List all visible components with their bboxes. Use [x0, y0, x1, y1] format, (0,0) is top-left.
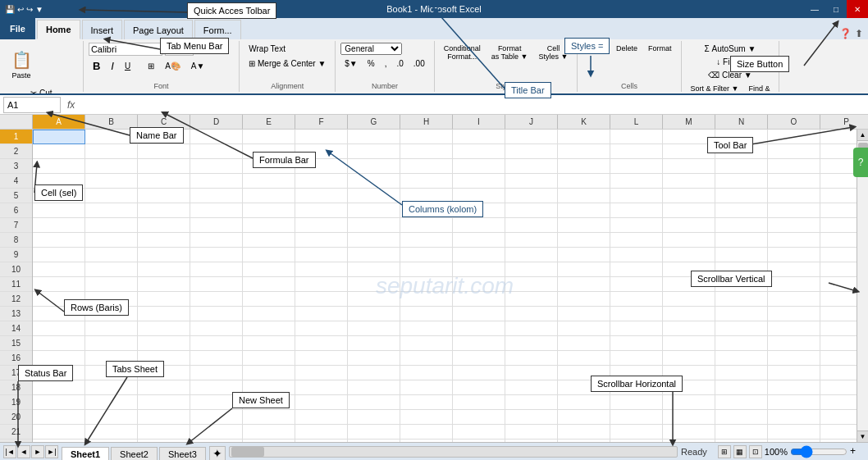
cell[interactable] [820, 440, 857, 442]
cell[interactable] [295, 395, 348, 410]
autosum-button[interactable]: Σ AutoSum ▼ [701, 43, 761, 55]
cell[interactable] [663, 233, 715, 248]
minimize-button[interactable]: — [804, 0, 825, 18]
cell[interactable] [190, 366, 243, 380]
cell[interactable] [820, 144, 857, 159]
col-header-d[interactable]: D [190, 115, 243, 129]
currency-button[interactable]: $▼ [340, 57, 361, 70]
cell[interactable] [138, 351, 190, 366]
cell[interactable] [663, 248, 715, 262]
cell[interactable] [610, 395, 663, 410]
cell[interactable] [138, 189, 190, 203]
cell[interactable] [558, 366, 610, 380]
cell[interactable] [768, 395, 820, 410]
cell[interactable] [820, 203, 857, 218]
cell[interactable] [85, 174, 138, 189]
cell[interactable] [348, 410, 400, 425]
cell[interactable] [715, 233, 768, 248]
cell[interactable] [348, 351, 400, 366]
sheet-tab-1[interactable]: Sheet1 [62, 447, 109, 461]
zoom-slider[interactable] [790, 448, 847, 456]
cell[interactable] [400, 159, 453, 174]
cell[interactable] [138, 248, 190, 262]
cell[interactable] [243, 425, 295, 440]
font-size-input[interactable] [165, 43, 194, 56]
cell[interactable] [400, 336, 453, 351]
cell[interactable] [295, 248, 348, 262]
cell[interactable] [768, 425, 820, 440]
sheet-tab-2[interactable]: Sheet2 [111, 447, 158, 461]
cell[interactable] [820, 218, 857, 233]
cell[interactable] [453, 144, 505, 159]
cell[interactable] [663, 262, 715, 277]
cell[interactable] [820, 189, 857, 203]
cell[interactable] [190, 262, 243, 277]
undo-icon[interactable]: ↩ [17, 5, 24, 14]
cell[interactable] [400, 440, 453, 442]
cell[interactable] [400, 351, 453, 366]
cell[interactable] [505, 159, 558, 174]
cell[interactable] [610, 233, 663, 248]
cell[interactable] [610, 425, 663, 440]
cell[interactable] [190, 203, 243, 218]
cell[interactable] [663, 218, 715, 233]
cell[interactable] [400, 130, 453, 144]
cell[interactable] [190, 233, 243, 248]
cell[interactable] [663, 203, 715, 218]
cell[interactable] [715, 262, 768, 277]
cell[interactable] [33, 159, 85, 174]
cell[interactable] [663, 321, 715, 336]
col-header-j[interactable]: J [505, 115, 558, 129]
cell[interactable] [558, 144, 610, 159]
cell[interactable] [505, 380, 558, 395]
cell[interactable] [348, 277, 400, 292]
cell[interactable] [610, 174, 663, 189]
cell[interactable] [138, 395, 190, 410]
cell[interactable] [295, 203, 348, 218]
cell[interactable] [33, 440, 85, 442]
cell[interactable] [558, 351, 610, 366]
cell[interactable] [768, 233, 820, 248]
cell[interactable] [138, 366, 190, 380]
cell[interactable] [558, 159, 610, 174]
cell[interactable] [190, 189, 243, 203]
cell[interactable] [138, 233, 190, 248]
cell[interactable] [663, 351, 715, 366]
row-num-15[interactable]: 15 [0, 336, 32, 351]
cell[interactable] [190, 351, 243, 366]
cell[interactable] [243, 380, 295, 395]
cell[interactable] [558, 262, 610, 277]
view-layout-button[interactable]: ▦ [733, 445, 747, 458]
cell[interactable] [190, 277, 243, 292]
cell[interactable] [85, 366, 138, 380]
insert-button[interactable]: Insert [582, 43, 610, 54]
cell[interactable] [190, 144, 243, 159]
row-num-6[interactable]: 6 [0, 203, 32, 218]
cell[interactable] [295, 159, 348, 174]
cell[interactable] [243, 233, 295, 248]
cell[interactable] [190, 425, 243, 440]
cell[interactable] [243, 351, 295, 366]
cell[interactable] [400, 277, 453, 292]
row-num-8[interactable]: 8 [0, 233, 32, 248]
cell[interactable] [348, 336, 400, 351]
cell[interactable] [558, 189, 610, 203]
cell[interactable] [243, 159, 295, 174]
cell[interactable] [85, 189, 138, 203]
cell[interactable] [663, 174, 715, 189]
cell[interactable] [715, 307, 768, 321]
row-num-13[interactable]: 13 [0, 307, 32, 321]
row-num-14[interactable]: 14 [0, 321, 32, 336]
cell[interactable] [558, 218, 610, 233]
cell[interactable] [715, 277, 768, 292]
cell[interactable] [348, 174, 400, 189]
font-name-input[interactable] [89, 43, 162, 56]
tab-last-button[interactable]: ►| [45, 445, 58, 458]
cell[interactable] [85, 380, 138, 395]
cell[interactable] [558, 410, 610, 425]
cell[interactable] [610, 366, 663, 380]
cell[interactable] [33, 203, 85, 218]
cell[interactable] [610, 307, 663, 321]
cell[interactable] [453, 233, 505, 248]
cell[interactable] [453, 292, 505, 307]
